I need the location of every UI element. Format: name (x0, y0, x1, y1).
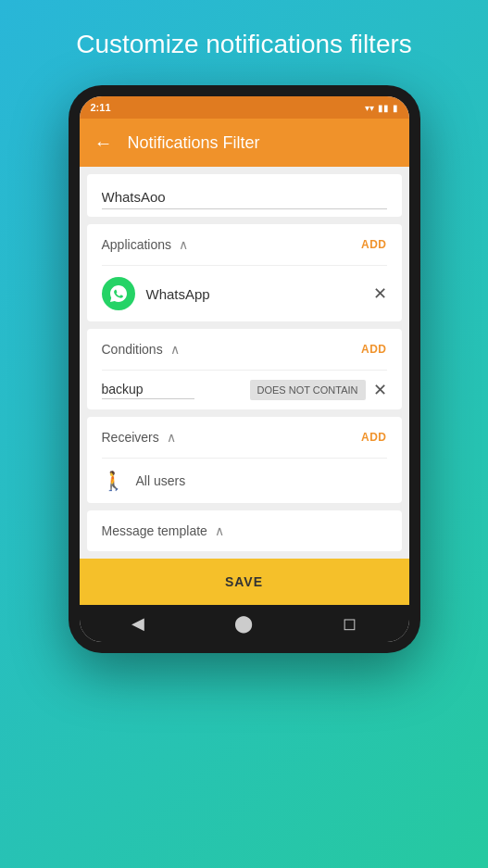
wifi-icon: ▾▾ (365, 103, 374, 113)
battery-icon: ▮ (393, 103, 398, 113)
conditions-label: Conditions (102, 342, 163, 357)
receivers-card: Receivers ∧ ADD 🚶 All users (87, 417, 402, 503)
receivers-all-users: All users (136, 473, 186, 488)
message-template-label: Message template (102, 523, 207, 538)
receivers-title-row: Receivers ∧ (102, 430, 176, 445)
nav-bar: ◀ ⬤ ◻ (80, 605, 409, 642)
applications-title-row: Applications ∧ (102, 237, 189, 252)
message-template-card: Message template ∧ (87, 510, 402, 551)
conditions-title-row: Conditions ∧ (102, 342, 180, 357)
applications-add-button[interactable]: ADD (361, 238, 387, 251)
page-title: Customize notifications filters (39, 0, 449, 85)
receivers-add-button[interactable]: ADD (361, 431, 387, 444)
app-bar-title: Notifications Filter (128, 133, 260, 153)
status-bar: 2:11 ▾▾ ▮▮ ▮ (80, 96, 409, 119)
conditions-card: Conditions ∧ ADD DOES NOT CONTAIN ✕ (87, 329, 402, 409)
app-bar: ← Notifications Filter (80, 119, 409, 167)
whatsapp-item: WhatsApp ✕ (87, 266, 402, 321)
condition-right: DOES NOT CONTAIN ✕ (250, 380, 387, 400)
signal-icon: ▮▮ (378, 103, 389, 113)
conditions-header: Conditions ∧ ADD (87, 329, 402, 370)
condition-item: DOES NOT CONTAIN ✕ (87, 371, 402, 409)
back-button[interactable]: ← (94, 132, 113, 154)
condition-value-input[interactable] (102, 382, 194, 399)
applications-label: Applications (102, 237, 172, 252)
applications-card: Applications ∧ ADD WhatsApp (87, 224, 402, 321)
phone-wrapper: 2:11 ▾▾ ▮▮ ▮ ← Notifications Filter Appl (69, 85, 420, 653)
conditions-chevron: ∧ (170, 342, 180, 357)
app-item-left: WhatsApp (102, 277, 210, 310)
status-time: 2:11 (91, 102, 111, 113)
message-template-title-row: Message template ∧ (102, 523, 224, 538)
screen-content: Applications ∧ ADD WhatsApp (80, 167, 409, 605)
applications-header: Applications ∧ ADD (87, 224, 402, 265)
conditions-add-button[interactable]: ADD (361, 343, 387, 356)
person-icon: 🚶 (102, 470, 125, 492)
receivers-chevron: ∧ (167, 430, 176, 445)
receivers-item: 🚶 All users (87, 459, 402, 503)
whatsapp-icon (102, 277, 135, 310)
status-icons: ▾▾ ▮▮ ▮ (365, 103, 398, 113)
save-bar[interactable]: SAVE (80, 559, 409, 605)
receivers-label: Receivers (102, 430, 159, 445)
nav-recents-button[interactable]: ◻ (343, 613, 357, 634)
receivers-header: Receivers ∧ ADD (87, 417, 402, 458)
condition-remove-button[interactable]: ✕ (373, 380, 387, 400)
message-template-header: Message template ∧ (87, 510, 402, 551)
phone-screen: 2:11 ▾▾ ▮▮ ▮ ← Notifications Filter Appl (80, 96, 409, 642)
applications-chevron: ∧ (179, 237, 188, 252)
nav-back-button[interactable]: ◀ (131, 613, 144, 634)
filter-name-card (87, 174, 402, 217)
condition-operator-badge: DOES NOT CONTAIN (250, 380, 366, 400)
nav-home-button[interactable]: ⬤ (234, 613, 253, 634)
message-template-chevron: ∧ (215, 523, 224, 538)
whatsapp-remove-button[interactable]: ✕ (373, 283, 387, 304)
filter-name-input[interactable] (102, 189, 387, 209)
save-button[interactable]: SAVE (225, 574, 263, 589)
whatsapp-name: WhatsApp (146, 286, 210, 302)
